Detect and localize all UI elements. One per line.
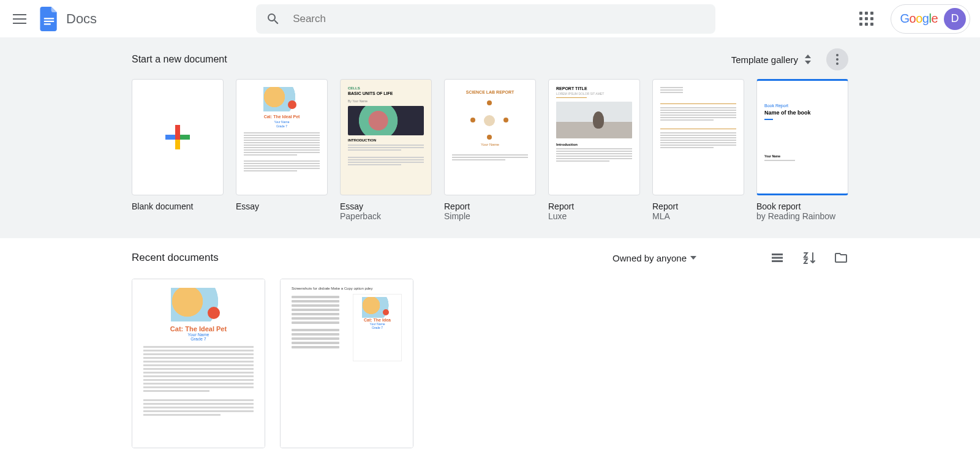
unfold-icon xyxy=(804,54,812,64)
template-subtitle: by Reading Rainbow xyxy=(756,211,848,221)
svg-rect-1 xyxy=(44,20,54,21)
doc-card[interactable]: Screenshots for disbale Make a Copy opti… xyxy=(280,279,413,448)
template-report-luxe[interactable]: REPORT TITLE LOREM IPSUM DOLOR SIT AMET … xyxy=(548,79,640,221)
template-subtitle: Paperback xyxy=(340,211,432,221)
recent-section: Recent documents Owned by anyone Cat: Th… xyxy=(0,238,980,466)
templates-section: Start a new document Template gallery B xyxy=(0,37,980,238)
template-essay[interactable]: Cat: The Ideal Pet Your Name Grade 7 Ess… xyxy=(236,79,328,221)
template-gallery-button[interactable]: Template gallery xyxy=(731,54,815,65)
topbar: Docs Google D xyxy=(0,0,980,37)
google-wordmark: Google xyxy=(900,12,938,26)
owner-filter-label: Owned by anyone xyxy=(612,253,687,263)
list-view-icon[interactable] xyxy=(770,250,785,265)
template-title: Report xyxy=(548,201,640,211)
apps-icon xyxy=(859,12,873,26)
plus-icon xyxy=(163,122,192,152)
template-title: Report xyxy=(652,201,744,211)
template-subtitle: MLA xyxy=(652,211,744,221)
template-title: Report xyxy=(444,201,536,211)
caret-down-icon xyxy=(690,256,696,260)
template-subtitle: Simple xyxy=(444,211,536,221)
template-title: Blank document xyxy=(132,201,224,211)
folder-icon[interactable] xyxy=(834,250,848,265)
app-title: Docs xyxy=(66,11,97,27)
docs-logo-icon[interactable] xyxy=(37,7,61,31)
template-title: Essay xyxy=(236,201,328,211)
template-essay-paperback[interactable]: CELLS BASIC UNITS OF LIFE By Your Name I… xyxy=(340,79,432,221)
template-subtitle: Luxe xyxy=(548,211,640,221)
svg-rect-2 xyxy=(44,23,51,24)
sort-az-icon[interactable] xyxy=(802,250,816,265)
more-vert-icon xyxy=(836,54,839,65)
account-chip[interactable]: Google D xyxy=(891,4,970,34)
template-blank[interactable]: Blank document xyxy=(132,79,224,221)
template-report-mla[interactable]: Report MLA xyxy=(652,79,744,221)
google-apps-button[interactable] xyxy=(851,4,881,34)
avatar: D xyxy=(944,8,966,30)
search-bar[interactable] xyxy=(256,4,715,34)
doc-card[interactable]: Cat: The Ideal Pet Your Name Grade 7 xyxy=(132,279,265,448)
template-title: Essay xyxy=(340,201,432,211)
template-gallery-label: Template gallery xyxy=(731,54,798,65)
template-title: Book report xyxy=(756,201,848,211)
svg-rect-7 xyxy=(175,135,180,140)
template-report-simple[interactable]: SCIENCE LAB REPORT Your Name Report Simp… xyxy=(444,79,536,221)
recent-heading: Recent documents xyxy=(132,252,219,264)
main-menu-button[interactable] xyxy=(5,4,34,34)
search-input[interactable] xyxy=(293,13,706,25)
templates-heading: Start a new document xyxy=(132,54,227,65)
search-icon xyxy=(266,12,281,26)
template-book-report[interactable]: Book Report Name of the book Your Name B… xyxy=(756,79,848,221)
svg-rect-0 xyxy=(44,18,54,19)
owner-filter-dropdown[interactable]: Owned by anyone xyxy=(612,253,696,263)
templates-more-button[interactable] xyxy=(826,48,848,70)
hamburger-icon xyxy=(13,14,26,24)
